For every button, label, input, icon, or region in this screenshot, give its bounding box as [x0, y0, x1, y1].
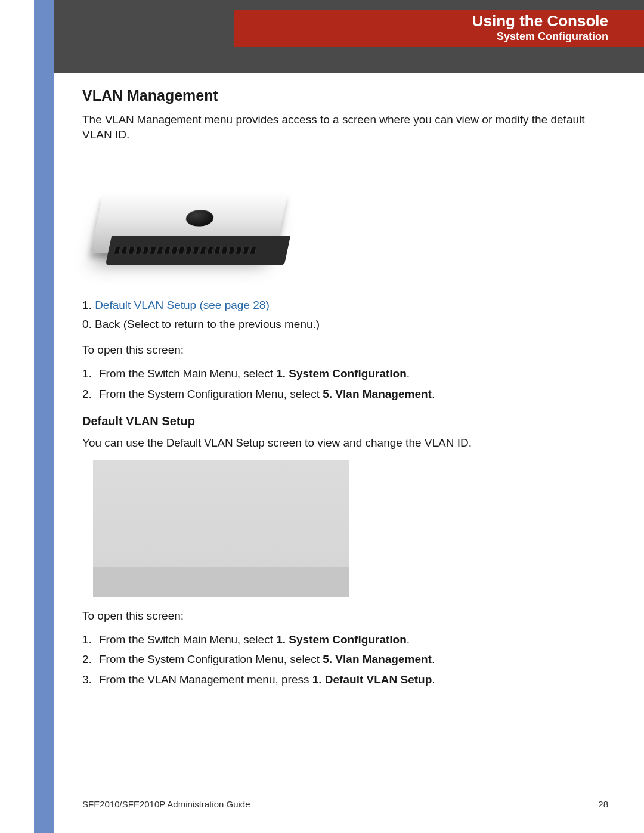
- ethernet-port-icon: [164, 246, 171, 255]
- step-number: 1.: [82, 632, 99, 648]
- text: Menu, select: [252, 388, 323, 400]
- text: From the: [99, 388, 147, 400]
- page-number: 28: [598, 799, 608, 809]
- intro-paragraph: The VLAN Management menu provides access…: [82, 112, 608, 143]
- ethernet-port-icon: [178, 246, 185, 255]
- ethernet-port-icon: [236, 246, 243, 255]
- red-title-band: Using the Console System Configuration: [234, 10, 644, 47]
- menu-option: 1. System Configuration: [276, 367, 407, 380]
- menu-name-system-config: System Configuration: [147, 653, 252, 665]
- text: .: [432, 673, 435, 686]
- step-number: 1.: [82, 366, 99, 382]
- text: menu, press: [244, 673, 312, 686]
- text: , select: [237, 367, 276, 380]
- content-column: Using the Console System Configuration V…: [54, 0, 644, 833]
- ethernet-port-icon: [228, 246, 236, 255]
- text: From the: [99, 673, 147, 686]
- menu-option: 1. Default VLAN Setup: [312, 673, 432, 686]
- step-number: 2.: [82, 386, 99, 402]
- menu-option: 5. Vlan Management: [323, 653, 432, 665]
- menu-name-system-config: System Configuration: [147, 388, 252, 400]
- ethernet-port-icon: [185, 246, 193, 255]
- text: From the: [99, 653, 147, 665]
- text: .: [407, 633, 410, 646]
- chapter-title: Using the Console: [472, 13, 608, 30]
- text: Menu, select: [252, 653, 323, 665]
- chapter-subtitle: System Configuration: [497, 30, 608, 44]
- open-screen-lead: To open this screen:: [82, 342, 608, 358]
- menu-option: 5. Vlan Management: [323, 388, 432, 400]
- console-screenshot-placeholder: [93, 460, 349, 597]
- page-footer: SFE2010/SFE2010P Administration Guide 28: [82, 799, 608, 809]
- product-image-switch: [85, 152, 305, 289]
- page-frame: Using the Console System Configuration V…: [0, 0, 644, 833]
- step-item: 1.From the Switch Main Menu, select 1. S…: [99, 632, 608, 648]
- ethernet-port-icon: [207, 246, 214, 255]
- ethernet-port-icon: [243, 246, 250, 255]
- back-option-line: 0. Back (Select to return to the previou…: [82, 317, 608, 332]
- text: screen to view and change the VLAN ID.: [265, 436, 472, 449]
- text: .: [432, 653, 435, 665]
- ethernet-port-icon: [157, 246, 164, 255]
- sub-intro-paragraph: You can use the Default VLAN Setup scree…: [82, 435, 608, 451]
- ethernet-port-icon: [193, 246, 200, 255]
- step-item: 3.From the VLAN Management menu, press 1…: [99, 672, 608, 688]
- ethernet-port-icon: [114, 246, 121, 255]
- blue-side-rail: [34, 0, 54, 833]
- menu-name-vlan-management: VLAN Management: [147, 673, 243, 686]
- text: .: [407, 367, 410, 380]
- step-item: 2.From the System Configuration Menu, se…: [99, 652, 608, 667]
- body-area: VLAN Management The VLAN Management menu…: [54, 73, 644, 687]
- ethernet-port-icon: [221, 246, 228, 255]
- open-screen-lead-2: To open this screen:: [82, 608, 608, 624]
- header-band: Using the Console System Configuration: [54, 0, 644, 73]
- steps-list-1: 1.From the Switch Main Menu, select 1. S…: [82, 366, 608, 401]
- text: From the: [99, 367, 147, 380]
- doc-title-footer: SFE2010/SFE2010P Administration Guide: [82, 799, 250, 809]
- left-margin: [0, 0, 34, 833]
- step-item: 1.From the Switch Main Menu, select 1. S…: [99, 366, 608, 382]
- text: The: [82, 113, 105, 126]
- text: .: [432, 388, 435, 400]
- ethernet-port-icon: [200, 246, 207, 255]
- ethernet-port-icon: [250, 246, 257, 255]
- step-number: 3.: [82, 672, 99, 688]
- switch-front-panel-icon: [106, 236, 291, 265]
- ethernet-port-icon: [128, 246, 135, 255]
- toc-link-line: 1. Default VLAN Setup (see page 28): [82, 298, 608, 313]
- text: , select: [237, 633, 276, 646]
- menu-name-default-vlan-setup: Default VLAN Setup: [166, 436, 265, 449]
- menu-name-vlan-management: VLAN Management: [105, 113, 201, 126]
- ethernet-port-icon: [214, 246, 221, 255]
- ethernet-port-icon: [135, 246, 143, 255]
- ethernet-port-icon: [150, 246, 157, 255]
- text: From the: [99, 633, 147, 646]
- menu-option: 1. System Configuration: [276, 633, 407, 646]
- menu-name-switch-main: Switch Main Menu: [147, 633, 237, 646]
- ethernet-port-icon: [171, 246, 178, 255]
- step-item: 2.From the System Configuration Menu, se…: [99, 386, 608, 402]
- menu-name-switch-main: Switch Main Menu: [147, 367, 237, 380]
- list-number: 1.: [82, 299, 92, 311]
- cross-ref-link-default-vlan-setup[interactable]: Default VLAN Setup (see page 28): [95, 299, 270, 311]
- steps-list-2: 1.From the Switch Main Menu, select 1. S…: [82, 632, 608, 688]
- ethernet-port-icon: [121, 246, 128, 255]
- step-number: 2.: [82, 652, 99, 667]
- ethernet-port-icon: [143, 246, 150, 255]
- text: You can use the: [82, 436, 166, 449]
- section-heading-vlan-management: VLAN Management: [82, 86, 608, 106]
- subsection-heading-default-vlan-setup: Default VLAN Setup: [82, 413, 608, 429]
